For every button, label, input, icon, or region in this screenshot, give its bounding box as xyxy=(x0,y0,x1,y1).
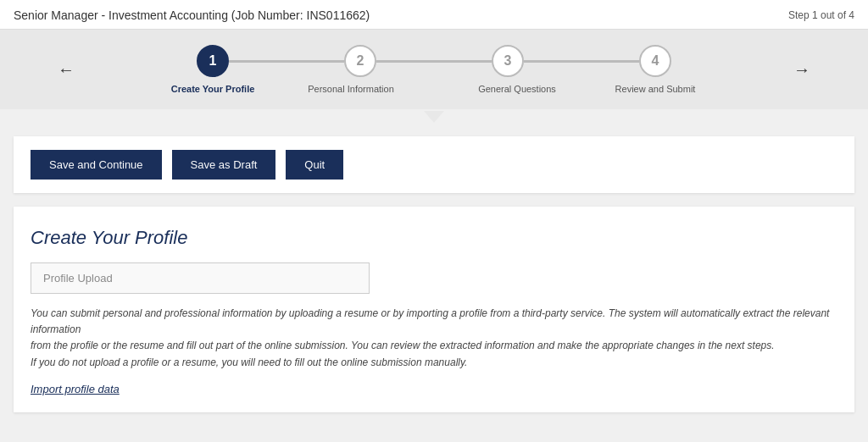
profile-desc-line2: from the profile or the resume and fill … xyxy=(31,340,775,351)
profile-desc-line3: If you do not upload a profile or a resu… xyxy=(31,356,467,368)
step-3-circle[interactable]: 3 xyxy=(492,45,524,77)
step-3-label: General Questions xyxy=(434,84,600,94)
stepper-container: ← 1 2 3 4 Create Your Profile Personal I… xyxy=(0,30,868,109)
stepper-pointer xyxy=(424,111,444,123)
profile-section: Create Your Profile Profile Upload You c… xyxy=(14,207,854,412)
page-title: Senior Manager - Investment Accounting (… xyxy=(14,8,370,22)
stepper-steps: 1 2 3 4 Create Your Profile Personal Inf… xyxy=(81,45,787,94)
save-continue-button[interactable]: Save and Continue xyxy=(31,150,162,180)
content-area: Save and Continue Save as Draft Quit Cre… xyxy=(0,123,868,412)
stepper-track: 1 2 3 4 xyxy=(197,45,671,77)
stepper-labels: Create Your Profile Personal Information… xyxy=(197,84,671,94)
step-4-circle[interactable]: 4 xyxy=(639,45,671,77)
import-profile-link[interactable]: Import profile data xyxy=(31,383,837,395)
step-2-circle[interactable]: 2 xyxy=(344,45,376,77)
profile-desc-line1: You can submit personal and professional… xyxy=(31,307,829,335)
action-panel: Save and Continue Save as Draft Quit xyxy=(14,136,854,193)
step-1-circle[interactable]: 1 xyxy=(197,45,229,77)
save-draft-button[interactable]: Save as Draft xyxy=(172,150,276,180)
step-1-label: Create Your Profile xyxy=(158,84,268,94)
step-indicator: Step 1 out of 4 xyxy=(788,9,854,21)
profile-upload-box[interactable]: Profile Upload xyxy=(31,262,370,294)
step-line-3-4 xyxy=(524,60,639,63)
step-line-1-2 xyxy=(229,60,344,63)
quit-button[interactable]: Quit xyxy=(286,150,343,180)
prev-step-button[interactable]: ← xyxy=(51,57,81,83)
next-step-button[interactable]: → xyxy=(787,57,817,83)
step-2-label: Personal Information xyxy=(268,84,434,94)
header-bar: Senior Manager - Investment Accounting (… xyxy=(0,0,868,30)
step-4-label: Review and Submit xyxy=(600,84,710,94)
profile-description: You can submit personal and professional… xyxy=(31,306,837,371)
step-line-2-3 xyxy=(376,60,492,63)
profile-section-title: Create Your Profile xyxy=(31,227,837,249)
